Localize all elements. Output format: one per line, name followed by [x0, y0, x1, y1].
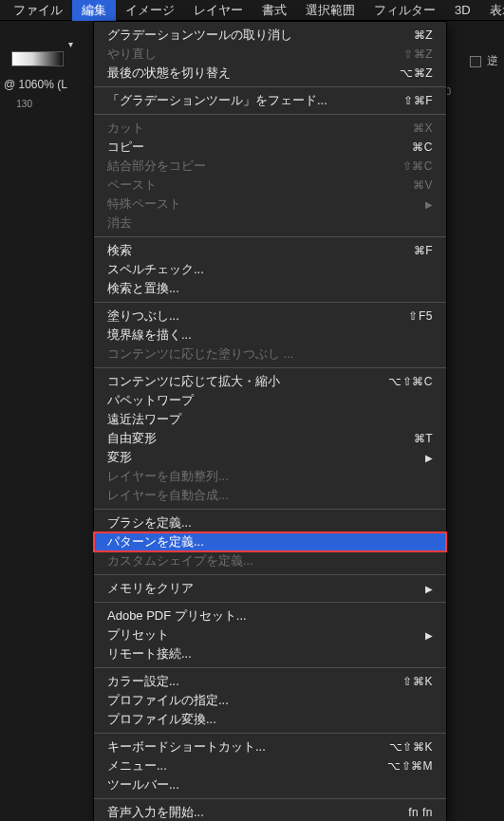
menu-shortcut: ⇧F5	[408, 309, 433, 323]
menu-item-label: パペットワープ	[107, 392, 433, 409]
menu-shortcut: ⇧⌘K	[402, 675, 433, 688]
menu-item-label: 特殊ペースト	[107, 196, 425, 213]
menu-item[interactable]: プリセット▶	[94, 625, 446, 644]
menu-separator	[94, 733, 446, 734]
menu-shortcut: ⌘V	[413, 178, 433, 192]
menu-separator	[94, 798, 446, 799]
menu-item-label: 検索と置換...	[107, 280, 433, 297]
gradient-preview[interactable]	[11, 51, 64, 66]
menu-item-label: レイヤーを自動整列...	[107, 468, 433, 485]
menu-item-label: ツールバー...	[107, 776, 433, 793]
menu-item-label: プロファイルの指定...	[107, 692, 433, 709]
menu-item: カスタムシェイプを定義...	[94, 551, 446, 570]
menu-書式[interactable]: 書式	[252, 0, 296, 21]
menu-shortcut: ⌥⇧⌘M	[387, 759, 433, 773]
menu-レイヤー[interactable]: レイヤー	[184, 0, 252, 21]
menu-item-label: カット	[107, 120, 413, 137]
menu-item[interactable]: 最後の状態を切り替え⌥⌘Z	[94, 64, 446, 83]
menu-item-label: カラー設定...	[107, 673, 402, 690]
menu-item: 特殊ペースト▶	[94, 195, 446, 214]
menu-item[interactable]: パターンを定義...	[94, 532, 446, 551]
menu-item[interactable]: スペルチェック...	[94, 260, 446, 279]
menu-イメージ[interactable]: イメージ	[116, 0, 184, 21]
menu-shortcut: ⌘X	[413, 121, 433, 135]
menu-item: やり直し⇧⌘Z	[94, 45, 446, 64]
menu-item[interactable]: メモリをクリア▶	[94, 579, 446, 598]
menu-item[interactable]: コピー⌘C	[94, 138, 446, 157]
menu-item-label: レイヤーを自動合成...	[107, 487, 433, 504]
menu-item[interactable]: 変形▶	[94, 448, 446, 467]
menu-item[interactable]: プロファイルの指定...	[94, 691, 446, 710]
menu-3D[interactable]: 3D	[445, 1, 480, 19]
menu-shortcut: ⌘T	[414, 432, 433, 445]
menu-item[interactable]: キーボードショートカット...⌥⇧⌘K	[94, 737, 446, 756]
menu-item-label: 検索	[107, 242, 414, 259]
menu-item: ペースト⌘V	[94, 176, 446, 195]
menu-フィルター[interactable]: フィルター	[364, 0, 445, 21]
menu-shortcut: ⌥⇧⌘K	[389, 740, 433, 754]
menu-選択範囲[interactable]: 選択範囲	[296, 0, 364, 21]
menu-separator	[94, 574, 446, 575]
menu-item: レイヤーを自動合成...	[94, 486, 446, 505]
menu-item[interactable]: 境界線を描く...	[94, 326, 446, 345]
edit-menu: グラデーションツールの取り消し⌘Zやり直し⇧⌘Z最後の状態を切り替え⌥⌘Z「グラ…	[93, 21, 447, 821]
menu-item-label: 自由変形	[107, 430, 414, 447]
menu-shortcut: ⇧⌘Z	[403, 47, 433, 61]
menu-item[interactable]: 遠近法ワープ	[94, 410, 446, 429]
chevron-right-icon: ▶	[425, 630, 433, 641]
menu-item-label: 最後の状態を切り替え	[107, 65, 400, 82]
chevron-right-icon: ▶	[425, 453, 433, 463]
menu-item[interactable]: 検索と置換...	[94, 279, 446, 298]
menu-item-label: キーボードショートカット...	[107, 738, 389, 756]
menu-item-label: 塗りつぶし...	[107, 308, 408, 325]
menu-item-label: コンテンツに応じた塗りつぶし ...	[107, 345, 433, 363]
menu-item-label: リモート接続...	[107, 645, 433, 662]
menu-item-label: 音声入力を開始...	[107, 804, 408, 821]
menu-item[interactable]: 音声入力を開始...fn fn	[94, 803, 446, 821]
menu-表示[interactable]: 表示	[480, 0, 504, 21]
menu-item-label: やり直し	[107, 46, 403, 63]
chevron-right-icon: ▶	[425, 199, 433, 210]
menu-shortcut: ⇧⌘F	[403, 94, 433, 107]
menu-shortcut: ⌘Z	[414, 28, 433, 42]
menu-item[interactable]: プロファイル変換...	[94, 710, 446, 729]
menu-item-label: ブラシを定義...	[107, 514, 433, 532]
menu-item[interactable]: Adobe PDF プリセット...	[94, 606, 446, 625]
menu-item[interactable]: 検索⌘F	[94, 241, 446, 260]
menu-item[interactable]: ブラシを定義...	[94, 513, 446, 532]
menu-separator	[94, 86, 446, 87]
menu-item-label: 遠近法ワープ	[107, 411, 433, 428]
menu-ファイル[interactable]: ファイル	[4, 0, 72, 21]
menu-item[interactable]: カラー設定...⇧⌘K	[94, 672, 446, 691]
menu-item[interactable]: 塗りつぶし...⇧F5	[94, 307, 446, 326]
menu-item-label: ペースト	[107, 177, 413, 194]
menu-shortcut: fn fn	[408, 806, 433, 819]
menu-item[interactable]: リモート接続...	[94, 644, 446, 663]
reverse-checkbox[interactable]	[470, 56, 481, 67]
menu-item[interactable]: コンテンツに応じて拡大・縮小⌥⇧⌘C	[94, 372, 446, 391]
menu-編集[interactable]: 編集	[72, 0, 116, 21]
menu-item[interactable]: 「グラデーションツール」をフェード...⇧⌘F	[94, 91, 446, 110]
menu-item[interactable]: グラデーションツールの取り消し⌘Z	[94, 26, 446, 45]
menu-item-label: 消去	[107, 215, 433, 232]
menu-shortcut: ⌥⇧⌘C	[388, 375, 433, 388]
ruler-tick: 130	[4, 99, 32, 109]
menu-item-label: 変形	[107, 449, 425, 466]
menu-item-label: コピー	[107, 139, 412, 156]
menu-item[interactable]: パペットワープ	[94, 391, 446, 410]
menubar: ファイル編集イメージレイヤー書式選択範囲フィルター3D表示	[0, 0, 504, 21]
menu-item-label: メニュー...	[107, 757, 387, 774]
menu-item-label: Adobe PDF プリセット...	[107, 607, 433, 625]
menu-item-label: パターンを定義...	[107, 533, 433, 550]
menu-item[interactable]: 自由変形⌘T	[94, 429, 446, 448]
chevron-down-icon[interactable]: ▾	[68, 39, 73, 49]
chevron-right-icon: ▶	[425, 584, 433, 594]
menu-shortcut: ⇧⌘C	[402, 159, 433, 173]
menu-shortcut: ⌘F	[414, 244, 433, 257]
menu-item-label: 境界線を描く...	[107, 327, 433, 344]
menu-item-label: 「グラデーションツール」をフェード...	[107, 92, 403, 109]
menu-item[interactable]: ツールバー...	[94, 775, 446, 794]
menu-item[interactable]: メニュー...⌥⇧⌘M	[94, 756, 446, 775]
menu-item-label: 結合部分をコピー	[107, 158, 402, 175]
ruler: 130	[0, 99, 93, 116]
